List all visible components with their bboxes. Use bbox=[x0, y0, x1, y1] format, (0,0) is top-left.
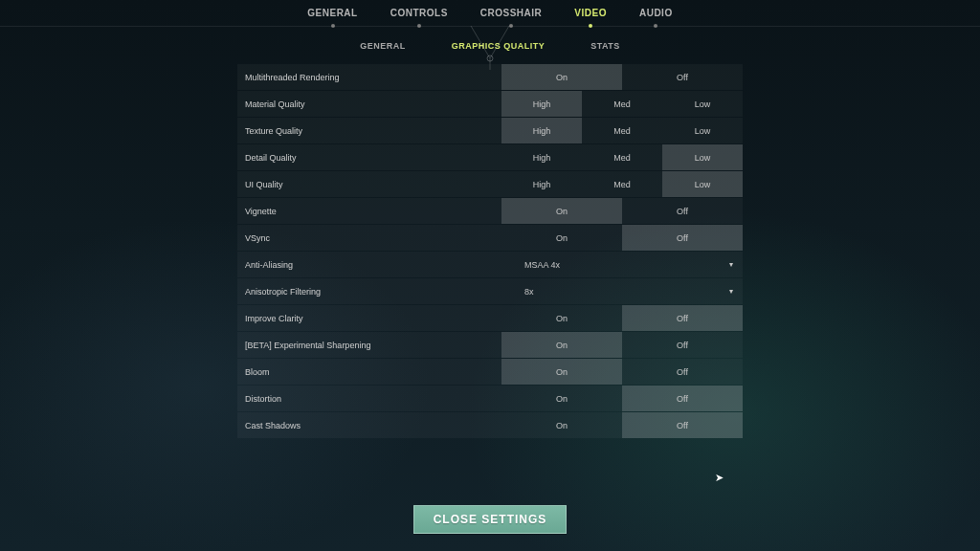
subtab-graphics-quality[interactable]: GRAPHICS QUALITY bbox=[452, 41, 546, 51]
material-option-med[interactable]: Med bbox=[582, 91, 662, 117]
setting-label: Texture Quality bbox=[237, 126, 501, 136]
setting-label: Material Quality bbox=[237, 99, 501, 109]
chevron-down-icon: ▾ bbox=[729, 287, 733, 296]
setting-label: Bloom bbox=[237, 367, 501, 377]
setting-row-vignette: VignetteOnOff bbox=[237, 198, 743, 224]
setting-row-material: Material QualityHighMedLow bbox=[237, 91, 743, 117]
option-group: HighMedLow bbox=[501, 144, 743, 170]
ui-option-high[interactable]: High bbox=[501, 171, 582, 197]
close-settings-button[interactable]: CLOSE SETTINGS bbox=[413, 505, 567, 534]
vsync-option-off[interactable]: Off bbox=[622, 225, 743, 251]
tab-crosshair[interactable]: CROSSHAIR bbox=[480, 8, 543, 24]
sharpen-option-on[interactable]: On bbox=[501, 332, 622, 358]
setting-row-distortion: DistortionOnOff bbox=[237, 386, 743, 411]
sharpen-option-off[interactable]: Off bbox=[622, 332, 743, 358]
subtab-general[interactable]: GENERAL bbox=[360, 41, 406, 51]
distortion-option-on[interactable]: On bbox=[501, 386, 622, 411]
setting-row-texture: Texture QualityHighMedLow bbox=[237, 118, 743, 143]
setting-label: UI Quality bbox=[237, 180, 501, 189]
setting-label: [BETA] Experimental Sharpening bbox=[237, 341, 501, 350]
vignette-option-off[interactable]: Off bbox=[622, 198, 743, 224]
primary-tabs: GENERALCONTROLSCROSSHAIRVIDEOAUDIO bbox=[0, 0, 980, 24]
option-group: OnOff bbox=[501, 332, 743, 358]
dropdown-value: MSAA 4x bbox=[524, 260, 560, 270]
detail-option-high[interactable]: High bbox=[501, 144, 582, 170]
clarity-option-off[interactable]: Off bbox=[622, 305, 743, 331]
option-group: OnOff bbox=[501, 305, 743, 331]
tab-audio[interactable]: AUDIO bbox=[639, 8, 673, 24]
setting-row-multithreaded: Multithreaded RenderingOnOff bbox=[237, 64, 743, 90]
tab-controls[interactable]: CONTROLS bbox=[390, 8, 448, 24]
multithreaded-option-on[interactable]: On bbox=[501, 64, 622, 90]
subtab-stats[interactable]: STATS bbox=[590, 41, 620, 51]
texture-option-med[interactable]: Med bbox=[582, 118, 662, 143]
setting-row-aa: Anti-AliasingMSAA 4x▾ bbox=[237, 252, 743, 277]
setting-label: Multithreaded Rendering bbox=[237, 73, 501, 82]
option-group: HighMedLow bbox=[501, 91, 743, 117]
setting-label: Detail Quality bbox=[237, 153, 501, 163]
option-group: OnOff bbox=[501, 64, 743, 90]
bloom-option-on[interactable]: On bbox=[501, 359, 622, 385]
bloom-option-off[interactable]: Off bbox=[622, 359, 743, 385]
tab-video[interactable]: VIDEO bbox=[574, 8, 607, 24]
multithreaded-option-off[interactable]: Off bbox=[622, 64, 743, 90]
material-option-low[interactable]: Low bbox=[662, 91, 743, 117]
setting-label: Anisotropic Filtering bbox=[237, 287, 501, 297]
shadows-option-on[interactable]: On bbox=[501, 412, 622, 438]
setting-row-shadows: Cast ShadowsOnOff bbox=[237, 412, 743, 438]
dropdown-value: 8x bbox=[524, 287, 534, 297]
svg-point-1 bbox=[487, 55, 493, 61]
setting-row-ui: UI QualityHighMedLow bbox=[237, 171, 743, 197]
option-group: HighMedLow bbox=[501, 118, 743, 143]
ui-option-low[interactable]: Low bbox=[662, 171, 743, 197]
material-option-high[interactable]: High bbox=[501, 91, 582, 117]
mouse-cursor: ➤ bbox=[715, 472, 724, 484]
vsync-option-on[interactable]: On bbox=[501, 225, 622, 251]
texture-option-low[interactable]: Low bbox=[662, 118, 743, 143]
setting-label: Cast Shadows bbox=[237, 421, 501, 430]
vignette-option-on[interactable]: On bbox=[501, 198, 622, 224]
option-group: OnOff bbox=[501, 198, 743, 224]
setting-row-sharpen: [BETA] Experimental SharpeningOnOff bbox=[237, 332, 743, 358]
texture-option-high[interactable]: High bbox=[501, 118, 582, 143]
tab-general[interactable]: GENERAL bbox=[307, 8, 357, 24]
clarity-option-on[interactable]: On bbox=[501, 305, 622, 331]
option-group: OnOff bbox=[501, 359, 743, 385]
setting-row-aniso: Anisotropic Filtering8x▾ bbox=[237, 278, 743, 304]
secondary-tabs: GENERALGRAPHICS QUALITYSTATS bbox=[0, 41, 980, 51]
detail-option-med[interactable]: Med bbox=[582, 144, 662, 170]
detail-option-low[interactable]: Low bbox=[662, 144, 743, 170]
ui-option-med[interactable]: Med bbox=[582, 171, 662, 197]
chevron-down-icon: ▾ bbox=[729, 260, 733, 269]
setting-row-bloom: BloomOnOff bbox=[237, 359, 743, 385]
option-group: HighMedLow bbox=[501, 171, 743, 197]
settings-panel: Multithreaded RenderingOnOffMaterial Qua… bbox=[237, 64, 743, 438]
setting-label: Improve Clarity bbox=[237, 314, 501, 323]
distortion-option-off[interactable]: Off bbox=[622, 386, 743, 411]
option-group: OnOff bbox=[501, 386, 743, 411]
setting-row-vsync: VSyncOnOff bbox=[237, 225, 743, 251]
aa-dropdown[interactable]: MSAA 4x▾ bbox=[501, 260, 743, 270]
setting-label: Anti-Aliasing bbox=[237, 260, 501, 270]
aniso-dropdown[interactable]: 8x▾ bbox=[501, 287, 743, 297]
setting-label: Vignette bbox=[237, 207, 501, 216]
option-group: OnOff bbox=[501, 412, 743, 438]
divider bbox=[0, 26, 980, 27]
option-group: OnOff bbox=[501, 225, 743, 251]
shadows-option-off[interactable]: Off bbox=[622, 412, 743, 438]
setting-label: VSync bbox=[237, 233, 501, 243]
setting-row-detail: Detail QualityHighMedLow bbox=[237, 144, 743, 170]
setting-row-clarity: Improve ClarityOnOff bbox=[237, 305, 743, 331]
setting-label: Distortion bbox=[237, 394, 501, 404]
